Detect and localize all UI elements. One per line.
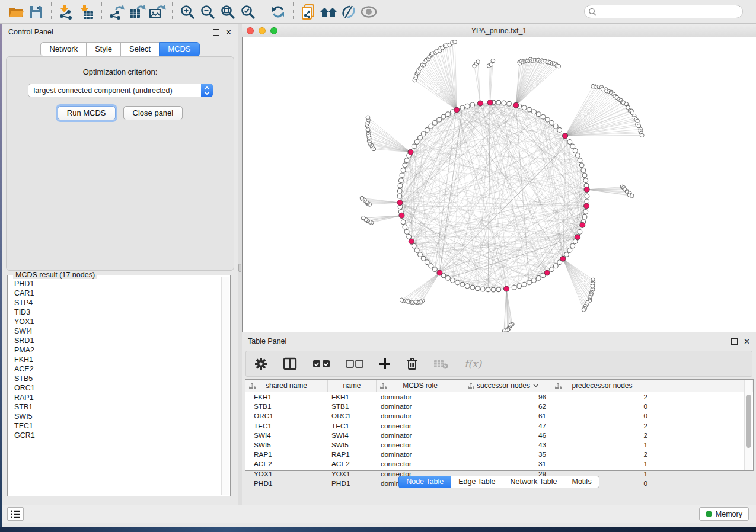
task-history-button[interactable] bbox=[7, 507, 24, 521]
table-cell: STB1 bbox=[245, 402, 328, 411]
table-cell: TEC1 bbox=[245, 422, 328, 430]
mcds-node-item[interactable]: TID3 bbox=[14, 307, 221, 317]
export-network-icon[interactable] bbox=[107, 3, 127, 21]
column-header-successor-nodes[interactable]: successor nodes bbox=[464, 380, 551, 392]
column-header-MCDS-role[interactable]: MCDS role bbox=[377, 380, 464, 392]
mcds-node-item[interactable]: PHD1 bbox=[14, 279, 221, 289]
close-table-panel-icon[interactable]: ✕ bbox=[744, 338, 750, 345]
zoom-selected-icon[interactable] bbox=[238, 3, 258, 21]
tab-network-table[interactable]: Network Table bbox=[503, 476, 565, 488]
optimization-criterion-select[interactable]: largest connected component (undirected) bbox=[28, 84, 213, 97]
mcds-node-item[interactable]: FKH1 bbox=[14, 355, 221, 364]
mcds-result-list[interactable]: PHD1CAR1STP4TID3YOX1SWI4SRD1PMA2FKH1ACE2… bbox=[9, 279, 221, 495]
mcds-node-item[interactable]: SWI4 bbox=[14, 326, 221, 336]
table-cell: connector bbox=[377, 460, 464, 468]
zoom-in-icon[interactable] bbox=[177, 3, 197, 21]
node-table[interactable]: shared namenameMCDS rolesuccessor nodesp… bbox=[245, 379, 754, 471]
search-input[interactable] bbox=[596, 8, 739, 16]
mcds-result-scrollbar[interactable] bbox=[221, 277, 229, 495]
deselect-all-icon[interactable] bbox=[346, 360, 363, 368]
run-mcds-button[interactable]: Run MCDS bbox=[58, 106, 116, 120]
table-row[interactable]: SWI4SWI4dominator462 bbox=[245, 431, 753, 440]
network-titlebar[interactable]: YPA_prune.txt_1 bbox=[242, 24, 756, 37]
network-window: YPA_prune.txt_1 bbox=[242, 24, 756, 333]
mcds-node-item[interactable]: SWI5 bbox=[14, 412, 221, 421]
memory-button[interactable]: Memory bbox=[699, 507, 749, 521]
network-canvas[interactable] bbox=[242, 37, 756, 332]
table-row[interactable]: ORC1ORC1dominator610 bbox=[245, 411, 753, 421]
import-table-icon[interactable] bbox=[76, 3, 97, 21]
close-panel-button[interactable]: Close panel bbox=[123, 106, 183, 120]
show-graphics-details-icon[interactable] bbox=[359, 3, 379, 21]
hide-graphics-details-icon[interactable] bbox=[339, 3, 359, 21]
tab-mcds[interactable]: MCDS bbox=[159, 42, 199, 56]
selected-criterion: largest connected component (undirected) bbox=[28, 86, 201, 95]
table-cell: connector bbox=[377, 422, 464, 430]
delete-column-icon[interactable] bbox=[406, 357, 418, 370]
mcds-node-item[interactable]: PMA2 bbox=[14, 345, 221, 355]
tab-network[interactable]: Network bbox=[40, 42, 87, 56]
mcds-node-item[interactable]: RAP1 bbox=[14, 393, 221, 402]
show-all-networks-icon[interactable] bbox=[318, 3, 339, 21]
select-all-icon[interactable] bbox=[312, 360, 330, 368]
mcds-node-item[interactable]: GCR1 bbox=[14, 431, 221, 440]
save-session-icon[interactable] bbox=[26, 3, 46, 21]
float-table-panel-icon[interactable] bbox=[731, 338, 738, 345]
mcds-node-item[interactable]: STP4 bbox=[14, 298, 221, 307]
table-scrollbar-thumb[interactable] bbox=[746, 395, 751, 448]
tab-select[interactable]: Select bbox=[120, 42, 160, 56]
table-header: shared namenameMCDS rolesuccessor nodesp… bbox=[245, 380, 753, 392]
column-header-shared-name[interactable]: shared name bbox=[245, 380, 328, 392]
mcds-node-item[interactable]: YOX1 bbox=[14, 317, 221, 326]
mcds-node-item[interactable]: ORC1 bbox=[14, 383, 221, 393]
table-cell: SWI5 bbox=[245, 441, 328, 449]
mcds-node-item[interactable]: STB1 bbox=[14, 402, 221, 412]
search-box[interactable] bbox=[584, 5, 743, 18]
tab-style[interactable]: Style bbox=[86, 42, 121, 56]
table-row[interactable]: ACE2ACE2connector311 bbox=[245, 459, 753, 469]
mcds-node-item[interactable]: ACE2 bbox=[14, 364, 221, 374]
export-image-icon[interactable] bbox=[147, 3, 167, 21]
panel-splitter[interactable] bbox=[238, 24, 242, 511]
table-cell: 62 bbox=[464, 402, 551, 411]
mcds-node-item[interactable]: CAR1 bbox=[14, 289, 221, 298]
mcds-panel: Optimization criterion: largest connecte… bbox=[6, 56, 234, 271]
toolbar-separator bbox=[51, 2, 52, 21]
table-row[interactable]: STB1STB1dominator620 bbox=[245, 402, 753, 411]
table-cell: 2 bbox=[551, 450, 653, 459]
table-row[interactable]: TEC1TEC1connector472 bbox=[245, 421, 753, 431]
open-file-icon[interactable] bbox=[6, 3, 26, 21]
split-columns-icon[interactable] bbox=[283, 357, 297, 370]
import-network-icon[interactable] bbox=[56, 3, 76, 21]
column-header-name[interactable]: name bbox=[328, 380, 377, 392]
float-panel-icon[interactable] bbox=[213, 29, 219, 36]
close-panel-icon[interactable]: ✕ bbox=[225, 29, 232, 36]
table-cell: ACE2 bbox=[328, 460, 377, 468]
column-header-predecessor-nodes[interactable]: predecessor nodes bbox=[551, 380, 653, 392]
mcds-node-item[interactable]: SRD1 bbox=[14, 336, 221, 345]
gear-icon[interactable] bbox=[254, 357, 267, 370]
optimization-criterion-label: Optimization criterion: bbox=[7, 68, 234, 76]
splitter-grip[interactable] bbox=[238, 264, 241, 272]
table-scrollbar[interactable] bbox=[744, 380, 752, 470]
table-cell: 46 bbox=[464, 431, 551, 440]
table-cell: dominator bbox=[377, 450, 464, 459]
tab-motifs[interactable]: Motifs bbox=[564, 476, 599, 488]
zoom-out-icon[interactable] bbox=[197, 3, 218, 21]
table-cell: SWI4 bbox=[245, 431, 328, 440]
tab-node-table[interactable]: Node Table bbox=[398, 476, 451, 488]
table-cell: 35 bbox=[464, 450, 551, 459]
mcds-node-item[interactable]: STB5 bbox=[14, 374, 221, 383]
table-panel: Table Panel ✕ bbox=[242, 334, 756, 511]
table-row[interactable]: RAP1RAP1dominator352 bbox=[245, 450, 753, 459]
add-column-icon[interactable] bbox=[379, 358, 391, 370]
mcds-node-item[interactable]: TEC1 bbox=[14, 421, 221, 431]
zoom-fit-icon[interactable] bbox=[218, 3, 238, 21]
share-network-document-icon[interactable] bbox=[298, 3, 318, 21]
export-table-icon[interactable] bbox=[127, 3, 147, 21]
desktop-wallpaper bbox=[0, 527, 756, 532]
table-row[interactable]: SWI5SWI5connector431 bbox=[245, 440, 753, 450]
table-row[interactable]: FKH1FKH1dominator962 bbox=[245, 392, 753, 402]
tab-edge-table[interactable]: Edge Table bbox=[451, 476, 503, 488]
refresh-view-icon[interactable] bbox=[268, 3, 288, 21]
